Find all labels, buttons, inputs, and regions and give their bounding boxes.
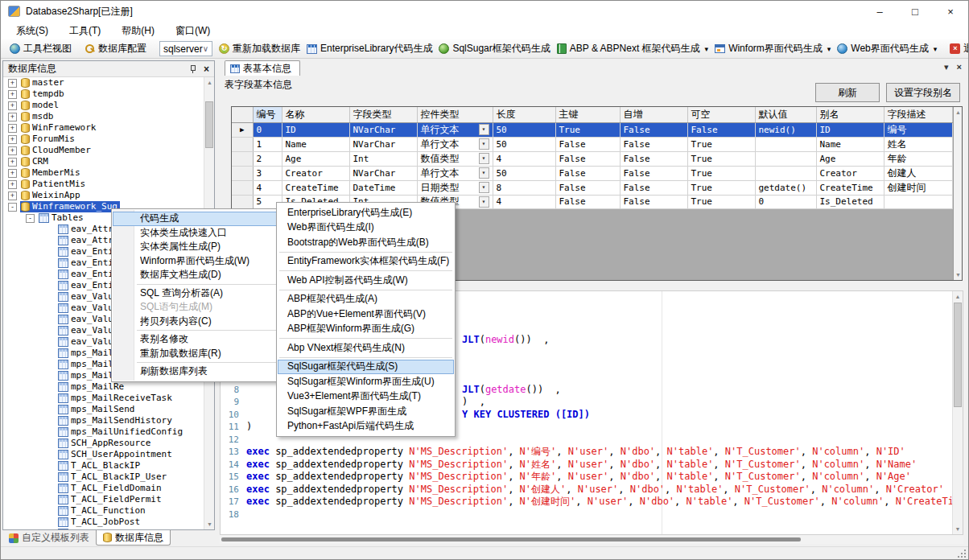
combo-dropdown-icon[interactable]: ▾ bbox=[479, 196, 489, 208]
submenu-item[interactable]: SqlSugar框架WPF界面生成 bbox=[278, 404, 454, 419]
maximize-button[interactable]: □ bbox=[897, 1, 933, 22]
expander-icon[interactable]: + bbox=[8, 158, 17, 167]
grid-column-header[interactable]: 控件类型 bbox=[417, 107, 493, 122]
submenu-item[interactable]: Web API控制器代码生成(W) bbox=[278, 273, 454, 288]
combo-dropdown-icon[interactable]: ▾ bbox=[479, 153, 489, 164]
expander-icon[interactable]: + bbox=[8, 191, 17, 200]
submenu-item[interactable]: SqlSugar框架代码生成(S) bbox=[278, 360, 454, 375]
expander-icon[interactable]: - bbox=[26, 214, 35, 223]
scrollbar-thumb[interactable] bbox=[221, 537, 801, 541]
expander-icon[interactable]: + bbox=[8, 90, 17, 99]
grid-column-header[interactable]: 编号 bbox=[253, 107, 282, 122]
combo-dropdown-icon[interactable]: ▾ bbox=[479, 167, 489, 179]
tree-node-table[interactable]: mps_MailSend bbox=[3, 404, 204, 415]
tree-node-table[interactable]: SCH_AppResource bbox=[3, 438, 204, 449]
expander-icon[interactable]: + bbox=[8, 79, 17, 88]
tree-node-table[interactable]: T_ACL_LoginLog bbox=[3, 528, 204, 529]
grid-column-header[interactable]: 名称 bbox=[282, 107, 349, 122]
pin-icon[interactable] bbox=[188, 64, 197, 74]
close-button[interactable]: × bbox=[933, 1, 968, 22]
tree-node-table[interactable]: mps_MailSendHistory bbox=[3, 415, 204, 426]
tree-node-db[interactable]: +CRM bbox=[3, 156, 204, 167]
toolbar-exit-button[interactable]: × 退出 bbox=[946, 40, 969, 57]
grid-column-header[interactable]: 字段类型 bbox=[349, 107, 417, 122]
menubar-item[interactable]: 工具(T) bbox=[59, 23, 111, 39]
expander-icon[interactable]: + bbox=[8, 135, 17, 144]
tree-node-db[interactable]: +model bbox=[3, 100, 204, 111]
grid-row[interactable]: 1NameNVarChar单行文本▾50FalseFalseTrueName姓名 bbox=[232, 137, 952, 151]
toolbar-reload-button[interactable]: ↻ 重新加载数据库 bbox=[216, 40, 303, 57]
tree-node-db[interactable]: +tempdb bbox=[3, 89, 204, 100]
tree-node-table[interactable]: mps_MailUnifiedConfig bbox=[3, 426, 204, 438]
menubar-item[interactable]: 帮助(H) bbox=[111, 23, 165, 39]
tab-custom-templates[interactable]: 自定义模板列表 bbox=[2, 530, 96, 546]
resize-grip[interactable] bbox=[957, 549, 967, 558]
expander-icon[interactable]: - bbox=[8, 203, 17, 212]
expander-icon[interactable]: + bbox=[8, 146, 17, 155]
editor-vscrollbar[interactable]: ▲ ▼ bbox=[952, 291, 963, 534]
row-header[interactable]: ▶ bbox=[232, 122, 253, 137]
database-type-select[interactable]: sqlserver ∨ bbox=[159, 41, 212, 56]
tree-node-db[interactable]: +PatientMis bbox=[3, 179, 204, 190]
tree-node-table[interactable]: T_ACL_FieldPermit bbox=[3, 494, 204, 505]
tab-database-info[interactable]: 数据库信息 bbox=[96, 530, 171, 546]
tree-node-db[interactable]: +MemberMis bbox=[3, 167, 204, 179]
grid-scrollbar[interactable]: ▲ ▼ bbox=[953, 107, 963, 280]
combo-dropdown-icon[interactable]: ▾ bbox=[479, 138, 489, 150]
toolbar-sqlsugar-button[interactable]: SqlSugar框架代码生成 bbox=[435, 40, 553, 57]
tree-node-table[interactable]: T_ACL_BlackIP bbox=[3, 460, 204, 471]
tree-node-table[interactable]: T_ACL_FieldDomain bbox=[3, 483, 204, 494]
row-header[interactable] bbox=[232, 137, 253, 151]
row-header[interactable] bbox=[232, 195, 253, 208]
tree-node-table[interactable]: mps_MailRe bbox=[3, 381, 204, 393]
tree-node-table[interactable]: T_ACL_JobPost bbox=[3, 517, 204, 528]
dock-menu-icon[interactable]: ▾ bbox=[944, 62, 949, 72]
tree-node-db[interactable]: +WinFramework bbox=[3, 122, 204, 134]
grid-column-header[interactable]: 长度 bbox=[493, 107, 555, 122]
submenu-item[interactable]: EnterpriseLibrary代码生成(E) bbox=[278, 205, 454, 220]
scroll-down-icon[interactable]: ▼ bbox=[954, 270, 963, 280]
submenu-item[interactable]: Python+FastApi后端代码生成 bbox=[278, 419, 454, 434]
submenu-item[interactable]: EntityFramework实体框架代码生成(F) bbox=[278, 254, 454, 270]
scroll-up-icon[interactable]: ▲ bbox=[953, 291, 963, 302]
scroll-down-icon[interactable]: ▼ bbox=[204, 519, 215, 529]
scroll-down-icon[interactable]: ▼ bbox=[953, 524, 963, 534]
expander-icon[interactable]: + bbox=[8, 169, 17, 178]
tree-node-table[interactable]: mps_MailReceiveTask bbox=[3, 393, 204, 404]
toolbar-enterprise-button[interactable]: EnterpriseLibrary代码生成 bbox=[303, 40, 435, 57]
tree-node-db[interactable]: +master bbox=[3, 77, 204, 89]
close-icon[interactable]: × bbox=[957, 62, 962, 72]
scrollbar-thumb[interactable] bbox=[205, 101, 213, 148]
grid-column-header[interactable]: 自增 bbox=[620, 107, 687, 122]
submenu-item[interactable]: SqlSugar框架Winform界面生成(U) bbox=[278, 374, 454, 389]
minimize-button[interactable]: – bbox=[862, 1, 897, 22]
grid-column-header[interactable]: 默认值 bbox=[755, 107, 816, 122]
tree-node-db[interactable]: +WeixinApp bbox=[3, 190, 204, 201]
submenu-item[interactable]: Abp VNext框架代码生成(N) bbox=[278, 340, 454, 356]
expander-icon[interactable]: + bbox=[8, 124, 17, 133]
grid-row[interactable]: 3CreatorNVarChar单行文本▾50FalseFalseTrueCre… bbox=[232, 166, 952, 180]
submenu-item[interactable]: ABP的Vue+Element界面代码(V) bbox=[278, 307, 454, 322]
scroll-up-icon[interactable]: ▲ bbox=[204, 77, 215, 88]
menubar-item[interactable]: 窗口(W) bbox=[165, 23, 221, 39]
toolbar-view-button[interactable]: 工具栏视图 bbox=[6, 40, 75, 57]
menubar-item[interactable]: 系统(S) bbox=[6, 23, 59, 39]
tree-node-table[interactable]: T_ACL_Function bbox=[3, 505, 204, 517]
grid-row[interactable]: ▶0IDNVarChar单行文本▾50TrueFalseFalsenewid()… bbox=[232, 122, 952, 137]
tree-node-table[interactable]: T_ACL_BlackIP_User bbox=[3, 471, 204, 483]
tree-node-table[interactable]: SCH_UserAppointment bbox=[3, 449, 204, 460]
row-header[interactable] bbox=[232, 166, 253, 180]
expander-icon[interactable]: + bbox=[8, 180, 17, 189]
grid-column-header[interactable]: 字段描述 bbox=[884, 107, 952, 122]
combo-dropdown-icon[interactable]: ▾ bbox=[479, 124, 489, 135]
scrollbar-thumb[interactable] bbox=[954, 303, 962, 407]
set-field-alias-button[interactable]: 设置字段别名 bbox=[886, 83, 960, 102]
tree-node-db[interactable]: +CloudMember bbox=[3, 145, 204, 156]
editor-hscrollbar[interactable] bbox=[220, 535, 963, 544]
submenu-item[interactable]: Bootstrap的Web界面代码生成(B) bbox=[278, 235, 454, 250]
refresh-button[interactable]: 刷新 bbox=[815, 83, 880, 102]
expander-icon[interactable]: + bbox=[8, 101, 17, 110]
toolbar-winform-button[interactable]: Winform界面代码生成 ▾ bbox=[711, 40, 834, 57]
expander-icon[interactable]: + bbox=[8, 113, 17, 121]
submenu-item[interactable]: Vue3+Element界面代码生成(T) bbox=[278, 389, 454, 405]
